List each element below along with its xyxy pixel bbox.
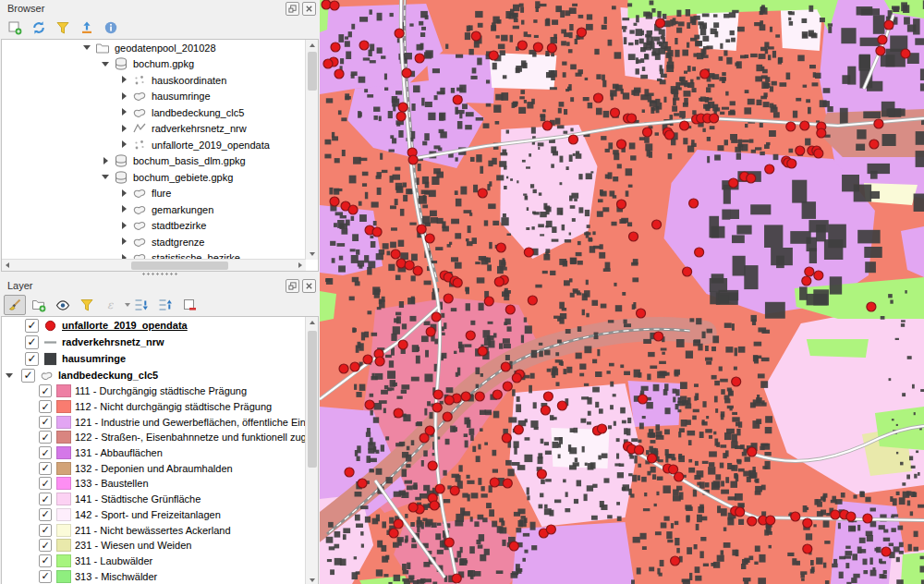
building-footprint <box>594 49 599 55</box>
layer-visibility-checkbox[interactable]: ✓ <box>21 369 35 383</box>
expander-closed-icon[interactable] <box>120 92 128 101</box>
legend-item-231[interactable]: ✓231 - Wiesen und Weiden <box>2 538 306 554</box>
layer-visibility-checkbox[interactable]: ✓ <box>39 462 52 475</box>
browser-tree-item-radverkehrsnetz-nrw[interactable]: radverkehrsnetz_nrw <box>2 121 306 138</box>
building-footprint <box>918 505 924 508</box>
layers-add-group-button[interactable] <box>28 295 50 315</box>
browser-tree-item-stadtbezirke[interactable]: stadtbezirke <box>2 218 306 235</box>
layers-manage-map-themes-button[interactable] <box>52 295 74 315</box>
layer-row-hausumringe[interactable]: ✓hausumringe <box>2 350 306 367</box>
layer-visibility-checkbox[interactable]: ✓ <box>39 508 52 521</box>
scroll-up-button[interactable] <box>306 40 318 51</box>
layer-visibility-checkbox[interactable]: ✓ <box>25 352 39 366</box>
browser-properties-button[interactable] <box>100 18 122 38</box>
expander-closed-icon[interactable] <box>120 222 128 230</box>
browser-tree-item-flure[interactable]: flure <box>2 186 306 202</box>
legend-item-211[interactable]: ✓211 - Nicht bewässertes Ackerland <box>2 522 306 538</box>
layers-expand-all-button[interactable] <box>130 295 152 315</box>
legend-item-311[interactable]: ✓311 - Laubwälder <box>2 554 306 569</box>
building-footprint <box>899 551 904 554</box>
expander-closed-icon[interactable] <box>120 108 128 116</box>
expander-closed-icon[interactable] <box>120 76 128 84</box>
layer-visibility-checkbox[interactable]: ✓ <box>39 477 52 490</box>
browser-tree-item-landbedeckung-clc5[interactable]: landbedeckung_clc5 <box>2 104 306 121</box>
layer-visibility-checkbox[interactable]: ✓ <box>25 335 39 349</box>
layers-remove-layer-button[interactable] <box>178 295 201 315</box>
expander-closed-icon[interactable] <box>120 189 128 198</box>
browser-float-button[interactable] <box>286 2 299 16</box>
expander-closed-icon[interactable] <box>120 125 128 133</box>
expander-open-icon[interactable] <box>83 43 91 52</box>
layers-filter-legend-button[interactable] <box>76 295 98 315</box>
layer-visibility-checkbox[interactable]: ✓ <box>39 446 52 459</box>
browser-tree-item-unfallorte-2019-opendata[interactable]: unfallorte_2019_opendata <box>2 137 306 153</box>
building-footprint <box>563 480 566 483</box>
expander-open-icon[interactable] <box>6 371 14 380</box>
layers-collapse-all-button[interactable] <box>154 295 176 315</box>
scroll-down-button[interactable] <box>306 249 318 260</box>
legend-item-112[interactable]: ✓112 - Nicht durchgängig städtische Präg… <box>2 399 306 415</box>
legend-item-313[interactable]: ✓313 - Mischwälder <box>2 568 306 584</box>
building-footprint <box>356 249 359 255</box>
browser-tree-item-stadtgrenze[interactable]: stadtgrenze <box>2 234 306 250</box>
scrollbar-thumb[interactable] <box>308 52 317 91</box>
browser-close-button[interactable] <box>302 2 316 16</box>
layer-visibility-checkbox[interactable]: ✓ <box>39 400 52 413</box>
expander-closed-icon[interactable] <box>120 140 128 149</box>
legend-item-131[interactable]: ✓131 - Abbauflächen <box>2 445 306 461</box>
browser-tree-item-hauskoordinaten[interactable]: hauskoordinaten <box>2 72 306 89</box>
expander-closed-icon[interactable] <box>102 157 110 165</box>
layers-open-layer-styling-button[interactable] <box>4 295 26 315</box>
layers-filter-by-expression-button[interactable]: ε <box>100 295 122 315</box>
browser-tree-item-bochum-basis-dlm-gpkg[interactable]: bochum_basis_dlm.gpkg <box>2 153 306 170</box>
scroll-left-button[interactable] <box>2 260 13 271</box>
browser-refresh-button[interactable] <box>28 18 50 38</box>
browser-tree-item-geodatenpool-201028[interactable]: geodatenpool_201028 <box>2 40 306 56</box>
layer-visibility-checkbox[interactable]: ✓ <box>39 493 52 505</box>
layer-visibility-checkbox[interactable]: ✓ <box>39 539 52 552</box>
layer-visibility-checkbox[interactable]: ✓ <box>39 384 52 397</box>
layer-visibility-checkbox[interactable]: ✓ <box>39 524 52 537</box>
layers-vertical-scrollbar[interactable] <box>305 317 318 584</box>
layer-visibility-checkbox[interactable]: ✓ <box>39 431 52 444</box>
browser-tree-item-bochum-gebiete-gpkg[interactable]: bochum_gebiete.gpkg <box>2 169 306 186</box>
scroll-down-button[interactable] <box>306 575 318 584</box>
expander-open-icon[interactable] <box>102 60 110 68</box>
panel-splitter[interactable] <box>0 271 320 277</box>
legend-item-141[interactable]: ✓141 - Städtische Grünfläche <box>2 492 306 507</box>
building-footprint <box>328 522 334 528</box>
map-canvas[interactable] <box>320 0 924 584</box>
expander-closed-icon[interactable] <box>120 237 128 246</box>
browser-tree-item-hausumringe[interactable]: hausumringe <box>2 89 306 105</box>
expander-open-icon[interactable] <box>102 173 110 181</box>
building-footprint <box>765 77 770 82</box>
browser-horizontal-scrollbar[interactable] <box>2 259 306 271</box>
scroll-right-button[interactable] <box>295 260 306 271</box>
layer-visibility-checkbox[interactable]: ✓ <box>39 570 52 583</box>
browser-filter-browser-button[interactable] <box>52 18 74 38</box>
layer-visibility-checkbox[interactable]: ✓ <box>39 416 52 429</box>
browser-tree-item-bochum-gpkg[interactable]: bochum.gpkg <box>2 56 306 73</box>
legend-item-121[interactable]: ✓121 - Industrie und Gewerbeflächen, öff… <box>2 414 306 430</box>
layers-close-button[interactable] <box>302 279 316 293</box>
layer-row-unfallorte-2019-opendata[interactable]: ✓unfallorte_2019_opendata <box>2 317 306 334</box>
expander-closed-icon[interactable] <box>120 205 128 213</box>
legend-item-142[interactable]: ✓142 - Sport- und Freizeitanlagen <box>2 507 306 523</box>
browser-tree-item-gemarkungen[interactable]: gemarkungen <box>2 201 306 218</box>
scrollbar-thumb[interactable] <box>131 262 228 270</box>
scroll-up-button[interactable] <box>306 317 318 328</box>
legend-item-133[interactable]: ✓133 - Baustellen <box>2 476 306 492</box>
layers-float-button[interactable] <box>286 279 299 293</box>
layer-visibility-checkbox[interactable]: ✓ <box>25 319 39 333</box>
legend-item-122[interactable]: ✓122 - Straßen-, Eisenbahnnetze und funk… <box>2 430 306 445</box>
layer-row-landbedeckung-clc5[interactable]: ✓landbedeckung_clc5 <box>2 367 306 383</box>
map-svg[interactable] <box>320 0 924 584</box>
scrollbar-thumb[interactable] <box>308 331 317 468</box>
browser-add-layer-button[interactable] <box>4 18 26 38</box>
browser-collapse-all-button[interactable] <box>76 18 98 38</box>
legend-item-132[interactable]: ✓132 - Deponien und Abraumhalden <box>2 460 306 476</box>
layer-visibility-checkbox[interactable]: ✓ <box>39 554 52 567</box>
browser-vertical-scrollbar[interactable] <box>305 40 318 260</box>
layer-row-radverkehrsnetz-nrw[interactable]: ✓radverkehrsnetz_nrw <box>2 334 306 350</box>
legend-item-111[interactable]: ✓111 - Durchgängig städtische Prägung <box>2 383 306 399</box>
